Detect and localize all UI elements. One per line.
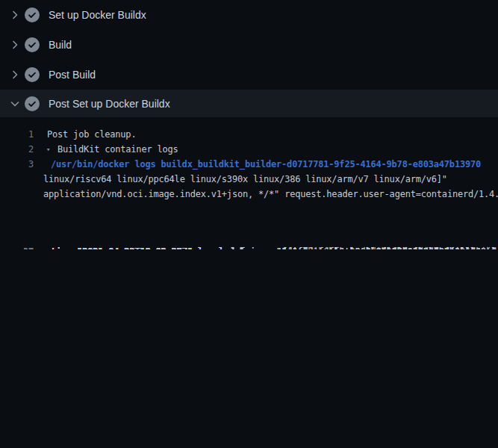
log-row: linux/riscv64 linux/ppc64le linux/s390x …: [0, 172, 498, 187]
log-row: 1 Post job cleanup.: [0, 127, 498, 142]
line-number[interactable]: 20: [0, 244, 34, 249]
step-label: Set up Docker Buildx: [49, 9, 146, 21]
check-circle-icon: [25, 7, 40, 22]
step-row-set-up-docker-buildx[interactable]: Set up Docker Buildx: [0, 0, 498, 30]
log-row: 2 ▾ BuildKit container logs: [0, 142, 498, 157]
log-text: BuildKit container logs: [57, 142, 178, 157]
log-text: linux/riscv64 linux/ppc64le linux/s390x …: [43, 172, 447, 187]
workflow-log-viewer: Set up Docker Buildx Build Post Build Po…: [0, 0, 498, 448]
log-text: application/vnd.oci.image.index.v1+json,…: [43, 187, 498, 202]
chevron-right-icon: [9, 9, 21, 21]
steps-list: Set up Docker Buildx Build Post Build Po…: [0, 0, 498, 117]
step-label: Post Set up Docker Buildx: [49, 98, 170, 110]
step-row-build[interactable]: Build: [0, 30, 498, 60]
check-circle-icon: [25, 96, 40, 111]
command-text: /usr/bin/docker logs buildx_buildkit_bui…: [51, 157, 481, 172]
log-row: application/vnd.oci.image.index.v1+json,…: [0, 187, 498, 202]
check-circle-icon: [25, 67, 40, 82]
chevron-down-icon: [9, 98, 21, 110]
log-panel[interactable]: 1 Post job cleanup. 2 ▾ BuildKit contain…: [0, 117, 498, 448]
chevron-right-icon: [9, 39, 21, 51]
step-label: Build: [49, 39, 72, 51]
line-number[interactable]: 3: [0, 157, 34, 172]
chevron-right-icon: [9, 69, 21, 81]
log-row: 3 /usr/bin/docker logs buildx_buildkit_b…: [0, 157, 498, 172]
line-number[interactable]: 2: [0, 142, 34, 157]
log-row: 20 time="2021-04-23T18:02:38Z" level=deb…: [0, 234, 498, 249]
line-number[interactable]: 1: [0, 127, 34, 142]
group-toggle-icon[interactable]: ▾: [46, 142, 57, 157]
step-row-post-build[interactable]: Post Build: [0, 60, 498, 90]
check-circle-icon: [25, 37, 40, 52]
line-number: [0, 187, 34, 202]
step-label: Post Build: [49, 69, 96, 81]
log-text: Post job cleanup.: [47, 127, 136, 142]
line-number: [0, 172, 34, 187]
log-text: time="2021-04-23T18:02:38Z" level=debug …: [51, 244, 497, 249]
step-row-post-set-up-docker-buildx[interactable]: Post Set up Docker Buildx: [0, 90, 498, 117]
